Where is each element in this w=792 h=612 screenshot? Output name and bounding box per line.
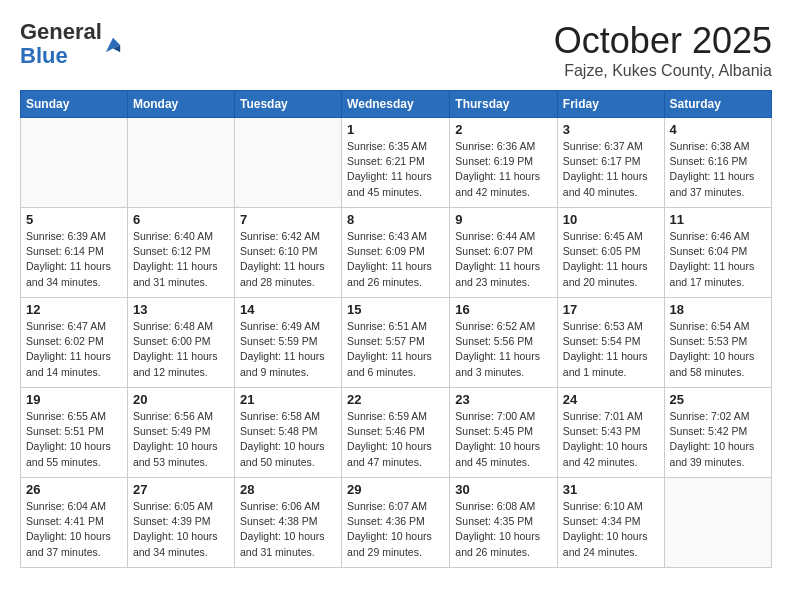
day-number: 4	[670, 122, 766, 137]
day-number: 9	[455, 212, 552, 227]
day-info: Sunrise: 6:39 AM Sunset: 6:14 PM Dayligh…	[26, 229, 122, 290]
calendar-cell: 2Sunrise: 6:36 AM Sunset: 6:19 PM Daylig…	[450, 118, 558, 208]
weekday-header-sunday: Sunday	[21, 91, 128, 118]
day-number: 29	[347, 482, 444, 497]
calendar-cell: 14Sunrise: 6:49 AM Sunset: 5:59 PM Dayli…	[234, 298, 341, 388]
day-number: 15	[347, 302, 444, 317]
day-number: 24	[563, 392, 659, 407]
day-number: 28	[240, 482, 336, 497]
day-info: Sunrise: 6:45 AM Sunset: 6:05 PM Dayligh…	[563, 229, 659, 290]
day-info: Sunrise: 6:35 AM Sunset: 6:21 PM Dayligh…	[347, 139, 444, 200]
day-info: Sunrise: 6:54 AM Sunset: 5:53 PM Dayligh…	[670, 319, 766, 380]
day-number: 3	[563, 122, 659, 137]
day-number: 21	[240, 392, 336, 407]
day-info: Sunrise: 6:51 AM Sunset: 5:57 PM Dayligh…	[347, 319, 444, 380]
calendar-cell: 11Sunrise: 6:46 AM Sunset: 6:04 PM Dayli…	[664, 208, 771, 298]
title-block: October 2025 Fajze, Kukes County, Albani…	[554, 20, 772, 80]
month-title: October 2025	[554, 20, 772, 62]
calendar-cell: 25Sunrise: 7:02 AM Sunset: 5:42 PM Dayli…	[664, 388, 771, 478]
day-info: Sunrise: 6:53 AM Sunset: 5:54 PM Dayligh…	[563, 319, 659, 380]
day-info: Sunrise: 6:36 AM Sunset: 6:19 PM Dayligh…	[455, 139, 552, 200]
calendar-cell: 15Sunrise: 6:51 AM Sunset: 5:57 PM Dayli…	[342, 298, 450, 388]
calendar-cell: 13Sunrise: 6:48 AM Sunset: 6:00 PM Dayli…	[127, 298, 234, 388]
day-info: Sunrise: 6:44 AM Sunset: 6:07 PM Dayligh…	[455, 229, 552, 290]
day-info: Sunrise: 6:04 AM Sunset: 4:41 PM Dayligh…	[26, 499, 122, 560]
day-info: Sunrise: 6:05 AM Sunset: 4:39 PM Dayligh…	[133, 499, 229, 560]
day-number: 27	[133, 482, 229, 497]
day-number: 25	[670, 392, 766, 407]
day-number: 30	[455, 482, 552, 497]
calendar-cell: 16Sunrise: 6:52 AM Sunset: 5:56 PM Dayli…	[450, 298, 558, 388]
day-info: Sunrise: 7:02 AM Sunset: 5:42 PM Dayligh…	[670, 409, 766, 470]
calendar-cell: 26Sunrise: 6:04 AM Sunset: 4:41 PM Dayli…	[21, 478, 128, 568]
day-number: 7	[240, 212, 336, 227]
day-number: 1	[347, 122, 444, 137]
calendar-cell: 19Sunrise: 6:55 AM Sunset: 5:51 PM Dayli…	[21, 388, 128, 478]
weekday-header-tuesday: Tuesday	[234, 91, 341, 118]
day-info: Sunrise: 6:06 AM Sunset: 4:38 PM Dayligh…	[240, 499, 336, 560]
calendar-cell: 29Sunrise: 6:07 AM Sunset: 4:36 PM Dayli…	[342, 478, 450, 568]
day-info: Sunrise: 6:43 AM Sunset: 6:09 PM Dayligh…	[347, 229, 444, 290]
day-number: 18	[670, 302, 766, 317]
calendar-cell: 5Sunrise: 6:39 AM Sunset: 6:14 PM Daylig…	[21, 208, 128, 298]
calendar-cell: 27Sunrise: 6:05 AM Sunset: 4:39 PM Dayli…	[127, 478, 234, 568]
day-info: Sunrise: 6:48 AM Sunset: 6:00 PM Dayligh…	[133, 319, 229, 380]
day-info: Sunrise: 6:52 AM Sunset: 5:56 PM Dayligh…	[455, 319, 552, 380]
day-info: Sunrise: 6:10 AM Sunset: 4:34 PM Dayligh…	[563, 499, 659, 560]
calendar-table: SundayMondayTuesdayWednesdayThursdayFrid…	[20, 90, 772, 568]
calendar-cell: 9Sunrise: 6:44 AM Sunset: 6:07 PM Daylig…	[450, 208, 558, 298]
calendar-cell: 8Sunrise: 6:43 AM Sunset: 6:09 PM Daylig…	[342, 208, 450, 298]
day-info: Sunrise: 6:38 AM Sunset: 6:16 PM Dayligh…	[670, 139, 766, 200]
calendar-cell: 21Sunrise: 6:58 AM Sunset: 5:48 PM Dayli…	[234, 388, 341, 478]
page-header: General Blue October 2025 Fajze, Kukes C…	[20, 20, 772, 80]
day-info: Sunrise: 6:56 AM Sunset: 5:49 PM Dayligh…	[133, 409, 229, 470]
calendar-cell: 22Sunrise: 6:59 AM Sunset: 5:46 PM Dayli…	[342, 388, 450, 478]
day-info: Sunrise: 6:37 AM Sunset: 6:17 PM Dayligh…	[563, 139, 659, 200]
day-info: Sunrise: 6:59 AM Sunset: 5:46 PM Dayligh…	[347, 409, 444, 470]
logo: General Blue	[20, 20, 122, 68]
calendar-cell: 23Sunrise: 7:00 AM Sunset: 5:45 PM Dayli…	[450, 388, 558, 478]
day-number: 26	[26, 482, 122, 497]
calendar-cell	[664, 478, 771, 568]
week-row-4: 19Sunrise: 6:55 AM Sunset: 5:51 PM Dayli…	[21, 388, 772, 478]
weekday-header-monday: Monday	[127, 91, 234, 118]
day-number: 5	[26, 212, 122, 227]
day-info: Sunrise: 6:08 AM Sunset: 4:35 PM Dayligh…	[455, 499, 552, 560]
day-number: 6	[133, 212, 229, 227]
day-number: 13	[133, 302, 229, 317]
day-number: 11	[670, 212, 766, 227]
day-number: 23	[455, 392, 552, 407]
day-info: Sunrise: 6:46 AM Sunset: 6:04 PM Dayligh…	[670, 229, 766, 290]
calendar-cell: 20Sunrise: 6:56 AM Sunset: 5:49 PM Dayli…	[127, 388, 234, 478]
weekday-header-saturday: Saturday	[664, 91, 771, 118]
calendar-cell: 18Sunrise: 6:54 AM Sunset: 5:53 PM Dayli…	[664, 298, 771, 388]
calendar-cell	[21, 118, 128, 208]
calendar-cell: 17Sunrise: 6:53 AM Sunset: 5:54 PM Dayli…	[557, 298, 664, 388]
logo-icon	[104, 36, 122, 54]
calendar-cell: 30Sunrise: 6:08 AM Sunset: 4:35 PM Dayli…	[450, 478, 558, 568]
day-number: 22	[347, 392, 444, 407]
calendar-cell: 12Sunrise: 6:47 AM Sunset: 6:02 PM Dayli…	[21, 298, 128, 388]
calendar-cell: 1Sunrise: 6:35 AM Sunset: 6:21 PM Daylig…	[342, 118, 450, 208]
calendar-cell	[127, 118, 234, 208]
calendar-cell: 28Sunrise: 6:06 AM Sunset: 4:38 PM Dayli…	[234, 478, 341, 568]
day-number: 2	[455, 122, 552, 137]
day-info: Sunrise: 6:40 AM Sunset: 6:12 PM Dayligh…	[133, 229, 229, 290]
day-info: Sunrise: 6:42 AM Sunset: 6:10 PM Dayligh…	[240, 229, 336, 290]
calendar-cell: 10Sunrise: 6:45 AM Sunset: 6:05 PM Dayli…	[557, 208, 664, 298]
day-info: Sunrise: 7:01 AM Sunset: 5:43 PM Dayligh…	[563, 409, 659, 470]
week-row-5: 26Sunrise: 6:04 AM Sunset: 4:41 PM Dayli…	[21, 478, 772, 568]
weekday-header-thursday: Thursday	[450, 91, 558, 118]
day-info: Sunrise: 6:55 AM Sunset: 5:51 PM Dayligh…	[26, 409, 122, 470]
calendar-cell: 6Sunrise: 6:40 AM Sunset: 6:12 PM Daylig…	[127, 208, 234, 298]
week-row-1: 1Sunrise: 6:35 AM Sunset: 6:21 PM Daylig…	[21, 118, 772, 208]
weekday-header-friday: Friday	[557, 91, 664, 118]
week-row-3: 12Sunrise: 6:47 AM Sunset: 6:02 PM Dayli…	[21, 298, 772, 388]
day-number: 17	[563, 302, 659, 317]
day-number: 19	[26, 392, 122, 407]
day-number: 16	[455, 302, 552, 317]
day-number: 20	[133, 392, 229, 407]
calendar-cell: 4Sunrise: 6:38 AM Sunset: 6:16 PM Daylig…	[664, 118, 771, 208]
weekday-header-wednesday: Wednesday	[342, 91, 450, 118]
calendar-cell: 24Sunrise: 7:01 AM Sunset: 5:43 PM Dayli…	[557, 388, 664, 478]
